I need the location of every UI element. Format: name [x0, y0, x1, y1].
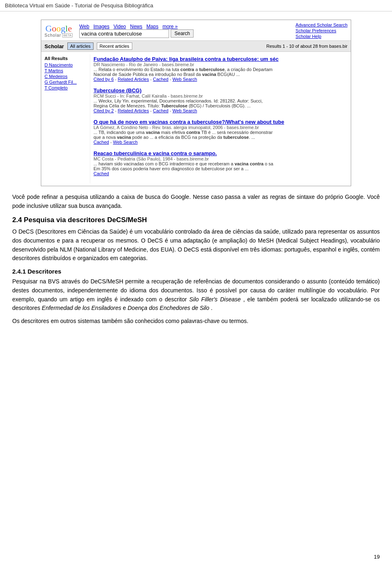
page-header: Biblioteca Virtual em Saúde - Tutorial d…	[0, 0, 392, 11]
screenshot-box: Google Scholar BETA Web Images Video New…	[41, 20, 351, 186]
sidebar-link-1[interactable]: D Nascimento	[45, 62, 87, 67]
scholar-prefs-link[interactable]: Scholar Preferences	[296, 28, 347, 33]
result-item-4: Reacao tuberculinica e vacina contra o s…	[94, 150, 347, 176]
cached-1[interactable]: Cached	[153, 77, 169, 82]
result-title-1[interactable]: Fundação Ataulpho de Paiva: liga brasile…	[94, 56, 347, 62]
section-paragraph-2: Pesquisar na BVS através do DeCS/MeSH pe…	[12, 277, 380, 313]
nav-video[interactable]: Video	[114, 24, 126, 29]
search-input[interactable]	[79, 29, 169, 38]
sidebar-link-3[interactable]: C Medeiros	[45, 74, 87, 79]
sidebar-link-4[interactable]: G Gerhardt Fil...	[45, 80, 87, 85]
result-item-2: Tuberculose (BCG) RCM Succi - In: Farhat…	[94, 87, 347, 113]
sub-heading: 2.4.1 Descritores	[12, 268, 380, 275]
cached-3[interactable]: Cached	[94, 140, 109, 145]
main-content: Google Scholar BETA Web Images Video New…	[0, 11, 392, 342]
nav-images[interactable]: Images	[94, 24, 109, 29]
sidebar-link-2[interactable]: T Martins	[45, 68, 87, 73]
results-info: Results 1 - 10 of about 28 from bases.bi…	[266, 44, 347, 49]
p2-between: e	[123, 305, 128, 311]
result-snippet-4: ... haviam sido vacinadas com o BCG intr…	[94, 161, 347, 171]
nav-maps[interactable]: Maps	[147, 24, 158, 29]
sidebar-link-5[interactable]: T Completo	[45, 85, 87, 90]
sidebar-title: All Results	[45, 56, 87, 61]
section-heading: 2.4 Pesquisa via descritores DeCS/MeSH	[12, 216, 380, 224]
related-articles-1[interactable]: Related Articles	[118, 77, 149, 82]
result-item-1: Fundação Ataulpho de Paiva: liga brasile…	[94, 56, 347, 82]
cited-by-1[interactable]: Cited by 6	[94, 77, 114, 82]
section-paragraph-3: Os descritores em outros sistemas também…	[12, 317, 380, 326]
nav-news[interactable]: News	[130, 24, 143, 29]
search-button[interactable]: Search	[171, 29, 194, 38]
result-item-3: O que há de novo em vacinas contra a tub…	[94, 119, 347, 145]
header-title: Biblioteca Virtual em Saúde - Tutorial d…	[5, 2, 153, 9]
result-title-3[interactable]: O que há de novo em vacinas contra a tub…	[94, 119, 347, 125]
beta-badge: BETA	[62, 33, 73, 38]
web-search-2[interactable]: Web Search	[172, 108, 197, 113]
result-links-3: Cached - Web Search	[94, 140, 347, 145]
result-author-3: LA Gómez, A Condino Neto - Rev. bras. al…	[94, 125, 347, 130]
result-title-2[interactable]: Tuberculose (BCG)	[94, 87, 347, 94]
cited-by-2[interactable]: Cited by 2	[94, 108, 114, 113]
result-author-2: RCM Succi - In: Farhat, Calil Kairalla -…	[94, 94, 347, 98]
p2-italic-3: Doença dos Enchedores de Silo	[128, 305, 209, 311]
web-search-1[interactable]: Web Search	[172, 77, 197, 82]
result-author-4: MC Costa - Pediatria (São Paulo), 1984 -…	[94, 156, 347, 161]
p2-end: .	[211, 305, 212, 311]
page-number: 19	[374, 554, 380, 560]
gs-sidebar: All Results D Nascimento T Martins C Med…	[41, 54, 90, 183]
cached-2[interactable]: Cached	[153, 108, 169, 113]
result-links-2: Cited by 2 - Related Articles - Cached -…	[94, 108, 347, 113]
tab-recent-articles[interactable]: Recent articles	[97, 42, 132, 50]
gs-scholar-bar: Scholar All articles Recent articles Res…	[41, 41, 351, 52]
web-search-3[interactable]: Web Search	[113, 140, 138, 145]
result-snippet-3: ... TB, indicando que uma vacina mais ef…	[94, 130, 347, 140]
body-text: Você pode refinar a pesquisa utilizando …	[12, 193, 380, 326]
result-title-4[interactable]: Reacao tuberculinica e vacina contra o s…	[94, 150, 347, 156]
tab-all-articles[interactable]: All articles	[67, 42, 94, 50]
cached-4[interactable]: Cached	[94, 171, 109, 176]
p2-italic-2: Enfermedad de los Ensiladores	[42, 305, 121, 311]
nav-web[interactable]: Web	[79, 24, 89, 29]
scholar-help-link[interactable]: Scholar Help	[296, 34, 347, 39]
related-articles-2[interactable]: Related Articles	[118, 108, 149, 113]
result-links-4: Cached	[94, 171, 347, 176]
advanced-search-link[interactable]: Advanced Scholar Search	[296, 22, 347, 27]
result-links-1: Cited by 6 - Related Articles - Cached -…	[94, 77, 347, 82]
nav-more[interactable]: more »	[163, 24, 178, 29]
result-author-1: DR Nascimento - Rio de Janeiro - bases.b…	[94, 62, 347, 67]
gs-search-row: Search	[79, 29, 289, 38]
gs-logo: Google Scholar BETA	[45, 24, 73, 38]
p2-italic-1: Silo Filler's Disease	[189, 296, 241, 303]
gs-right-links: Advanced Scholar Search Scholar Preferen…	[296, 22, 347, 39]
gs-results: Fundação Ataulpho de Paiva: liga brasile…	[90, 54, 351, 183]
scholar-label: Scholar	[45, 43, 64, 49]
gs-body: All Results D Nascimento T Martins C Med…	[41, 52, 351, 186]
google-logo-text: Google	[45, 24, 72, 33]
result-snippet-2: ... Weckx, Lily Yin. experimental, Docum…	[94, 98, 347, 108]
gs-top-nav: Google Scholar BETA Web Images Video New…	[41, 20, 351, 41]
section-paragraph-1: O DeCS (Descritores em Ciências da Saúde…	[12, 227, 380, 263]
intro-paragraph: Você pode refinar a pesquisa utilizando …	[12, 193, 380, 210]
gs-nav-links: Web Images Video News Maps more »	[79, 24, 285, 29]
scholar-text: Scholar	[45, 33, 61, 38]
result-snippet-1: ... Relata o envolvimento do Estado na l…	[94, 67, 347, 77]
